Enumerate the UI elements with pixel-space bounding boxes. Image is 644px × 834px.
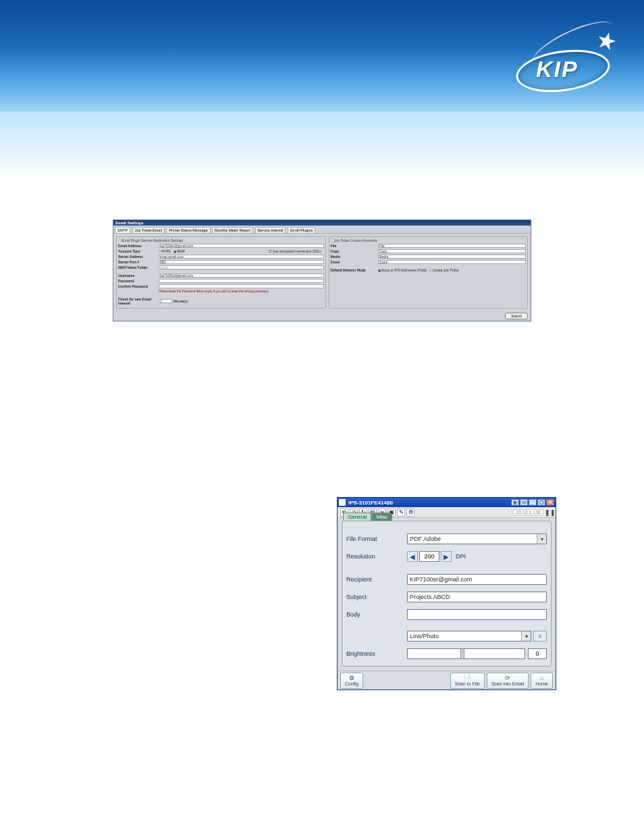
ips-titlebar: IPS-3101FE41480 ⎘ ▭ _ ▢ ✕ <box>338 498 556 507</box>
radio-pop3[interactable]: ○ POP3 <box>159 249 171 253</box>
zoom-input[interactable]: Zoom <box>378 260 526 264</box>
check-interval-unit: Minute(s) <box>173 299 188 303</box>
label-file-format: File Format <box>346 536 407 542</box>
label-account-type: Account Type <box>118 249 159 253</box>
home-button[interactable]: ⌂ Home <box>531 673 553 689</box>
mode-combo[interactable]: Line/Photo ▾ <box>407 631 531 642</box>
inbox-folder-input[interactable]: Inbox <box>159 265 324 269</box>
header-banner: ★ KIP <box>0 0 644 111</box>
minimize-button[interactable]: _ <box>529 499 537 506</box>
tab-misc[interactable]: Misc <box>371 513 392 521</box>
body-input[interactable] <box>407 609 547 620</box>
server-port-input[interactable]: 993 <box>159 260 324 264</box>
toolbar-icon-8[interactable]: ⚙ <box>406 509 414 517</box>
email-account-panel: Email Plugin Service Application Setting… <box>116 236 326 309</box>
maximize-button[interactable]: ▢ <box>537 499 545 506</box>
scan-to-file-button[interactable]: 📄 Scan to File <box>450 673 485 689</box>
copy-input[interactable]: Copy <box>378 249 526 253</box>
label-zoom: Zoom <box>331 260 378 264</box>
checkbox-ssl[interactable]: ☑ Use encrypted connection (SSL) <box>269 249 321 253</box>
subject-input[interactable]: Projects ABCD <box>407 592 547 602</box>
label-password: Password <box>118 279 159 283</box>
close-button[interactable]: ✕ <box>546 499 554 506</box>
label-email-address: Email Address <box>118 244 159 248</box>
refresh-icon: ⟳ <box>505 675 510 681</box>
email-settings-tabs: SMTP Job Ticket Email Printer Status Mes… <box>113 226 531 234</box>
mode-options-button[interactable]: ≡ <box>533 631 547 642</box>
config-button[interactable]: ⚙ Config <box>340 673 363 689</box>
tab-printer-status[interactable]: Printer Status Message <box>166 227 210 233</box>
pause-icon[interactable]: ❚❚ <box>545 509 553 516</box>
slider-thumb[interactable] <box>460 648 464 659</box>
toolbar-icon-7[interactable]: ✎ <box>397 509 405 517</box>
email-settings-window: Email Settings SMTP Job Ticket Email Pri… <box>113 219 531 321</box>
resolution-decrease[interactable]: ◀ <box>407 551 418 562</box>
email-account-legend: Email Plugin Service Application Setting… <box>120 238 184 242</box>
file-format-combo[interactable]: PDF Adobe ▾ <box>407 533 547 544</box>
submit-button[interactable]: Submit <box>505 313 528 319</box>
file-input[interactable]: File <box>378 244 526 248</box>
resolution-increase[interactable]: ▶ <box>441 551 452 562</box>
label-username: Username <box>118 273 159 278</box>
ips-title-text: IPS-3101FE41480 <box>348 500 511 506</box>
media-input[interactable]: Media <box>378 255 526 259</box>
job-ticket-panel: Job Ticket Custom Keywords File File Cop… <box>329 236 528 309</box>
job-ticket-legend: Job Ticket Custom Keywords <box>333 238 379 242</box>
app-icon <box>339 499 346 506</box>
chevron-down-icon: ▾ <box>537 534 546 544</box>
tab-general[interactable]: General <box>343 513 371 521</box>
recipient-input[interactable]: KIP7100sr@gmail.com <box>407 574 547 585</box>
ips-content: File Format PDF Adobe ▾ Resolution ◀ 200… <box>342 521 552 667</box>
tab-job-ticket-email[interactable]: Job Ticket Email <box>132 227 165 233</box>
label-media: Media <box>331 255 378 259</box>
label-inbox-folder: IMAP Inbox Folder <box>118 265 159 269</box>
tab-service-interval[interactable]: Service Interval <box>255 227 286 233</box>
resolution-input[interactable]: 200 <box>419 551 439 562</box>
ip-display: 10.10.1.138 <box>513 509 543 515</box>
label-recipient: Recipient <box>346 576 407 583</box>
resolution-unit: DPI <box>456 553 466 560</box>
label-delivery: Default Delivery Mode <box>331 268 378 272</box>
label-confirm-password: Confirm Password <box>118 284 159 288</box>
window-btn-2[interactable]: ▭ <box>520 499 528 506</box>
header-fade <box>0 111 644 179</box>
logo-text: KIP <box>536 56 579 82</box>
file-icon: 📄 <box>464 675 471 681</box>
label-check-interval: Check for new Email Interval <box>118 297 159 305</box>
label-body: Body <box>346 611 407 618</box>
tab-monthly-meter[interactable]: Monthly Meter Report <box>212 227 253 233</box>
kip-logo: ★ KIP <box>516 17 617 91</box>
radio-create-ticket[interactable]: ○ Create Job Ticket <box>429 268 458 272</box>
email-address-input[interactable]: kip7100sr@gmail.com <box>159 244 324 248</box>
ips-footer: ⚙ Config 📄 Scan to File ⟳ Scan into Emai… <box>338 671 556 689</box>
label-copy: Copy <box>331 249 378 253</box>
home-icon: ⌂ <box>540 675 543 681</box>
server-address-input[interactable]: imap.gmail.com <box>159 255 324 259</box>
email-settings-title: Email Settings <box>113 220 531 226</box>
label-subject: Subject <box>346 594 407 600</box>
label-brightness: Brightness <box>346 650 407 657</box>
label-server-address: Server Address <box>118 255 159 259</box>
tab-email-plugins[interactable]: Email Plugins <box>288 227 315 233</box>
brightness-slider[interactable] <box>407 648 525 659</box>
gear-icon: ⚙ <box>349 675 354 681</box>
check-interval-input[interactable]: 1 <box>159 299 172 303</box>
scan-into-email-button[interactable]: ⟳ Scan into Email <box>487 673 529 689</box>
confirm-password-input[interactable] <box>159 284 324 288</box>
window-btn-1[interactable]: ⎘ <box>511 499 519 506</box>
ips-window: IPS-3101FE41480 ⎘ ▭ _ ▢ ✕ ⧉ ◷ ↻ ▤ ✂ ▣ ✎ … <box>337 497 556 690</box>
radio-move-ips[interactable]: ◉ Move to IPS Addresses (Hold) <box>378 268 427 272</box>
brightness-value[interactable]: 0 <box>528 648 547 659</box>
label-resolution: Resolution <box>346 553 407 560</box>
label-server-port: Server Port # <box>118 260 159 264</box>
password-input[interactable] <box>159 279 324 283</box>
tab-smtp[interactable]: SMTP <box>115 227 130 233</box>
label-file: File <box>331 244 378 248</box>
radio-imap[interactable]: ◉ IMAP <box>173 249 186 253</box>
chevron-down-icon: ▾ <box>521 631 531 641</box>
username-input[interactable]: kip7100sr@gmail.com <box>159 273 324 278</box>
